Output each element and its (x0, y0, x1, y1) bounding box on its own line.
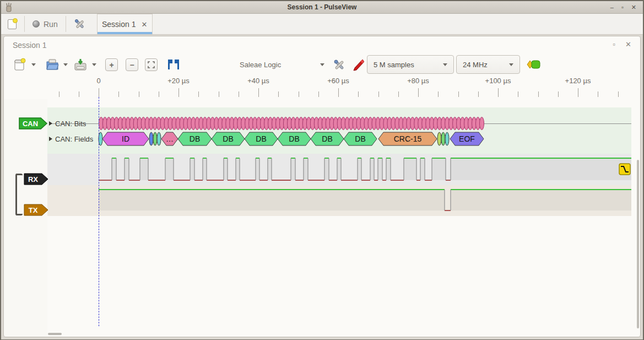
horizontal-scrollbar-handle[interactable] (48, 333, 62, 335)
ruler-tick (258, 88, 259, 97)
add-decoder-button[interactable] (527, 60, 541, 69)
new-view-dropdown-icon[interactable] (31, 63, 36, 66)
save-dropdown-icon[interactable] (92, 63, 96, 66)
vertical-scrollbar-handle[interactable] (637, 160, 639, 328)
sample-count-value: 5 M samples (374, 61, 414, 69)
open-folder-icon (46, 58, 59, 71)
time-cursor-line[interactable] (99, 97, 99, 326)
subwindow-close-icon[interactable]: ✕ (625, 40, 631, 48)
pulseview-window: Session 1 - PulseView – ▫ ✕ Run Session … (0, 0, 644, 340)
maximize-icon[interactable]: ▫ (621, 4, 624, 10)
ruler-tick (558, 91, 559, 97)
ruler-tick (418, 88, 419, 97)
tab-close-icon[interactable]: ✕ (141, 20, 147, 29)
ruler-tick (318, 91, 319, 97)
toolbar-separator (24, 16, 25, 32)
tab-label: Session 1 (102, 20, 136, 29)
signal-tag-rx[interactable]: RX (24, 173, 50, 185)
new-view-icon (14, 58, 26, 71)
titlebar[interactable]: Session 1 - PulseView – ▫ ✕ (1, 1, 643, 14)
zoom-out-icon: − (129, 61, 134, 69)
open-button[interactable] (46, 58, 59, 71)
ruler-label: +100 µs (485, 77, 511, 85)
zoom-fit-icon (148, 61, 155, 68)
toolbar-separator (66, 16, 66, 32)
probe-icon (352, 58, 364, 72)
mdi-area: Session 1 ▫ ✕ (1, 35, 643, 339)
configure-device-button[interactable] (333, 58, 346, 72)
zoom-out-button[interactable]: − (126, 58, 138, 71)
ruler-tick (139, 91, 139, 97)
ruler-tick (159, 91, 159, 97)
ruler-tick (178, 88, 179, 97)
window-title: Session 1 - PulseView (1, 3, 643, 11)
ruler-tick (478, 91, 479, 97)
wrench-icon (333, 58, 346, 72)
ruler-tick (618, 91, 619, 97)
ruler-label: +60 µs (327, 77, 349, 85)
ruler-label: +120 µs (565, 77, 591, 85)
tab-session-1[interactable]: Session 1 ✕ (97, 14, 153, 34)
sample-rate-dropdown-icon (509, 63, 513, 66)
device-dropdown-icon[interactable] (320, 63, 324, 66)
rx-trace-band[interactable] (47, 154, 631, 185)
sample-rate-value: 24 MHz (463, 61, 488, 69)
ruler-tick (598, 91, 598, 97)
svg-text:TX: TX (29, 206, 38, 214)
expand-arrow-icon[interactable] (49, 137, 52, 141)
signal-tag-tx[interactable]: TX (24, 204, 50, 216)
sample-count-dropdown-icon (443, 63, 447, 66)
ruler-tick (59, 91, 59, 97)
ruler-tick (198, 91, 199, 97)
minimize-icon[interactable]: – (610, 4, 614, 10)
subwindow-title: Session 1 (13, 41, 46, 50)
sample-rate-select[interactable]: 24 MHz (456, 55, 520, 74)
ruler-tick (118, 91, 119, 97)
decoder-tag-can[interactable]: CAN (19, 117, 48, 129)
save-icon (74, 58, 87, 71)
new-document-icon (8, 19, 17, 29)
ruler-tick (438, 91, 439, 97)
zoom-fit-button[interactable] (145, 58, 158, 71)
run-label: Run (44, 20, 58, 29)
ruler-label: +40 µs (247, 77, 269, 85)
svg-text:RX: RX (28, 175, 38, 184)
ruler-tick (338, 88, 339, 97)
expand-arrow-icon[interactable] (49, 121, 52, 126)
open-dropdown-icon[interactable] (63, 63, 68, 66)
ruler-tick (239, 91, 239, 97)
ruler-tick (498, 88, 499, 97)
ruler-label: 0 (96, 77, 100, 85)
ruler-tick (378, 91, 379, 97)
flags-icon (166, 58, 180, 71)
tx-trace-band[interactable] (47, 185, 631, 216)
tab-active-accent (98, 32, 152, 34)
channels-button[interactable] (352, 58, 364, 72)
row-label-can-bits[interactable]: CAN: Bits (49, 117, 86, 130)
ruler-tick (278, 91, 279, 97)
save-button[interactable] (74, 58, 87, 71)
new-view-button[interactable] (14, 58, 26, 71)
new-session-button[interactable] (1, 14, 23, 34)
row-label-can-fields[interactable]: CAN: Fields (49, 132, 93, 145)
run-button[interactable]: Run (26, 14, 64, 34)
sample-count-select[interactable]: 5 M samples (367, 55, 454, 74)
zoom-in-button[interactable]: + (105, 58, 118, 71)
can-fields-label: CAN: Fields (55, 135, 93, 143)
can-bits-label: CAN: Bits (55, 120, 86, 128)
ruler-tick (458, 91, 459, 97)
subwindow-maximize-icon[interactable]: ▫ (613, 40, 615, 48)
ruler-label: +20 µs (167, 77, 190, 85)
ruler-tick (299, 91, 299, 97)
device-selector-label[interactable]: Saleae Logic (240, 61, 281, 69)
ruler-tick (358, 91, 359, 97)
ruler-tick (578, 88, 578, 97)
ruler-tick (219, 91, 219, 97)
close-icon[interactable]: ✕ (631, 4, 636, 10)
decoder-icon (527, 60, 541, 69)
settings-button[interactable] (67, 14, 93, 34)
channel-group-bracket (15, 174, 23, 215)
show-cursors-button[interactable] (166, 58, 180, 71)
decoder-band[interactable] (47, 107, 631, 154)
ruler-tick (99, 88, 99, 97)
